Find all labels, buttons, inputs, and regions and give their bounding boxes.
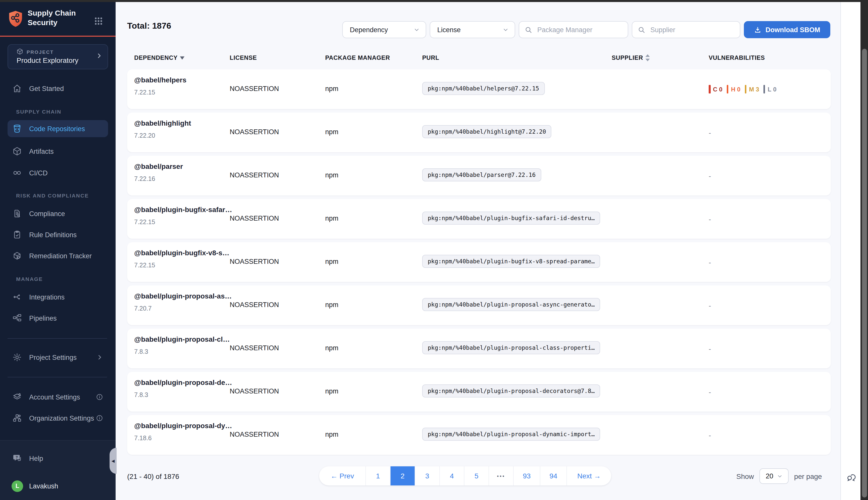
package-manager-search bbox=[519, 21, 628, 38]
info-icon[interactable] bbox=[96, 394, 103, 400]
sidebar-item-label: Pipelines bbox=[29, 314, 57, 322]
sidebar-item-get-started[interactable]: Get Started bbox=[8, 80, 108, 97]
table-row[interactable]: @babel/plugin-proposal-as… 7.20.7 NOASSE… bbox=[127, 285, 831, 325]
pagination-page-4[interactable]: 4 bbox=[440, 466, 465, 486]
info-icon[interactable] bbox=[96, 414, 103, 422]
vertical-scrollbar[interactable] bbox=[860, 0, 868, 500]
chat-bubbles-icon[interactable] bbox=[846, 471, 856, 482]
pagination-page-5[interactable]: 5 bbox=[465, 466, 489, 486]
cube-icon bbox=[13, 147, 22, 156]
sidebar-divider bbox=[8, 377, 107, 377]
sidebar-item-label: Artifacts bbox=[29, 147, 54, 155]
scrollbar-thumb[interactable] bbox=[862, 49, 867, 498]
pagination-ellipsis[interactable]: ••• bbox=[489, 466, 514, 486]
dependency-version: 7.22.15 bbox=[134, 89, 227, 96]
search-icon bbox=[638, 26, 646, 34]
pagination-page-2-active[interactable]: 2 bbox=[390, 466, 415, 486]
purl-pill[interactable]: pkg:npm/%40babel/plugin-proposal-decorat… bbox=[422, 384, 601, 397]
supplier-search-input[interactable] bbox=[649, 25, 740, 34]
pagination-page-94[interactable]: 94 bbox=[540, 466, 567, 486]
sidebar-item-help[interactable]: ? Help bbox=[8, 450, 108, 467]
purl-pill[interactable]: pkg:npm/%40babel/parser@7.22.16 bbox=[422, 168, 541, 181]
dependency-filter-value: Dependency bbox=[350, 26, 388, 33]
package-manager-value: npm bbox=[325, 344, 339, 352]
org-chart-gear-icon bbox=[13, 413, 22, 423]
layers-gear-icon bbox=[13, 393, 22, 401]
sidebar-item-cicd[interactable]: CI/CD bbox=[8, 164, 108, 181]
purl-pill[interactable]: pkg:npm/%40babel/plugin-proposal-async-g… bbox=[422, 298, 601, 311]
vulnerabilities-empty: - bbox=[709, 301, 711, 309]
purl-pill[interactable]: pkg:npm/%40babel/plugin-proposal-dynamic… bbox=[422, 428, 601, 441]
purl-pill[interactable]: pkg:npm/%40babel/helpers@7.22.15 bbox=[422, 82, 545, 95]
table-row[interactable]: @babel/plugin-bugfix-safar… 7.22.15 NOAS… bbox=[127, 199, 831, 239]
sidebar-item-account-settings[interactable]: Account Settings bbox=[8, 388, 108, 406]
table-row[interactable]: @babel/plugin-proposal-de… 7.8.3 NOASSER… bbox=[127, 372, 831, 411]
dependency-version: 7.18.6 bbox=[134, 435, 227, 442]
table-row[interactable]: @babel/plugin-proposal-dy… 7.18.6 NOASSE… bbox=[127, 415, 831, 455]
sidebar-item-remediation-tracker[interactable]: Remediation Tracker bbox=[8, 247, 108, 264]
sidebar-item-label: Project Settings bbox=[29, 353, 77, 361]
license-value: NOASSERTION bbox=[230, 387, 279, 395]
sidebar-item-artifacts[interactable]: Artifacts bbox=[8, 143, 108, 160]
split-arrows-icon bbox=[13, 293, 22, 302]
dependency-version: 7.22.16 bbox=[134, 175, 227, 182]
license-filter-select[interactable]: License bbox=[430, 21, 515, 38]
table-row[interactable]: @babel/plugin-proposal-cl… 7.8.3 NOASSER… bbox=[127, 329, 831, 368]
sidebar-item-organization-settings[interactable]: Organization Settings bbox=[8, 410, 108, 427]
pagination-page-3[interactable]: 3 bbox=[415, 466, 440, 486]
dependency-filter-select[interactable]: Dependency bbox=[342, 21, 426, 38]
column-header-license: LICENSE bbox=[230, 54, 257, 61]
sidebar-collapse-handle[interactable]: ◀ bbox=[110, 448, 117, 474]
column-header-dependency[interactable]: DEPENDENCY bbox=[134, 54, 185, 61]
download-icon bbox=[754, 26, 762, 33]
project-label: PROJECT bbox=[27, 49, 54, 55]
show-label: Show bbox=[736, 472, 754, 480]
dependency-name: @babel/plugin-bugfix-v8-s… bbox=[134, 249, 227, 257]
purl-pill[interactable]: pkg:npm/%40babel/plugin-proposal-class-p… bbox=[422, 341, 601, 354]
pagination-page-93[interactable]: 93 bbox=[514, 466, 540, 486]
sidebar-item-compliance[interactable]: Compliance bbox=[8, 205, 108, 222]
purl-pill[interactable]: pkg:npm/%40babel/highlight@7.22.20 bbox=[422, 125, 552, 138]
brand-divider bbox=[0, 36, 116, 37]
sidebar-item-label: CI/CD bbox=[29, 169, 48, 177]
package-manager-search-input[interactable] bbox=[536, 25, 628, 34]
download-sbom-button[interactable]: Download SBOM bbox=[744, 21, 830, 38]
dependency-name: @babel/plugin-proposal-dy… bbox=[134, 422, 227, 430]
column-header-package-manager: PACKAGE MANAGER bbox=[325, 54, 390, 61]
pagination: ← Prev 1 2 3 4 5 ••• 93 94 Next → bbox=[319, 466, 611, 486]
sidebar-item-pipelines[interactable]: Pipelines bbox=[8, 309, 108, 327]
sidebar-divider bbox=[8, 338, 107, 339]
app-grid-icon[interactable] bbox=[94, 17, 103, 25]
sidebar-item-rule-definitions[interactable]: Rule Definitions bbox=[8, 226, 108, 243]
package-manager-value: npm bbox=[325, 387, 339, 395]
per-page-select[interactable]: 20 bbox=[760, 468, 789, 484]
gear-icon bbox=[13, 353, 22, 362]
code-repository-icon bbox=[13, 124, 22, 133]
per-page-control: Show 20 per page bbox=[736, 468, 822, 484]
vulnerabilities-empty: - bbox=[709, 128, 711, 136]
user-menu[interactable]: L Lavakush bbox=[8, 477, 108, 495]
severity-bar bbox=[727, 85, 729, 93]
table-row[interactable]: @babel/parser 7.22.16 NOASSERTION npm pk… bbox=[127, 156, 831, 195]
table-row[interactable]: @babel/plugin-bugfix-v8-s… 7.22.15 NOASS… bbox=[127, 242, 831, 282]
sidebar-item-code-repositories[interactable]: Code Repositories bbox=[8, 120, 108, 137]
package-manager-value: npm bbox=[325, 258, 339, 265]
severity-high-badge: H0 bbox=[727, 85, 741, 93]
sidebar-item-project-settings[interactable]: Project Settings bbox=[8, 349, 108, 366]
sort-toggle-icon bbox=[646, 54, 650, 61]
table-row[interactable]: @babel/helpers 7.22.15 NOASSERTION npm p… bbox=[127, 69, 831, 109]
dependency-version: 7.8.3 bbox=[134, 348, 227, 355]
purl-pill[interactable]: pkg:npm/%40babel/plugin-bugfix-safari-id… bbox=[422, 212, 601, 225]
purl-pill[interactable]: pkg:npm/%40babel/plugin-bugfix-v8-spread… bbox=[422, 255, 601, 268]
window-top-bar bbox=[0, 0, 868, 2]
license-value: NOASSERTION bbox=[230, 215, 279, 222]
pagination-prev-button[interactable]: ← Prev bbox=[319, 466, 366, 486]
pagination-page-1[interactable]: 1 bbox=[366, 466, 390, 486]
chevron-right-icon bbox=[96, 354, 103, 361]
column-header-supplier[interactable]: SUPPLIER bbox=[612, 54, 650, 61]
sidebar-item-integrations[interactable]: Integrations bbox=[8, 288, 108, 306]
pagination-next-button[interactable]: Next → bbox=[567, 466, 611, 486]
project-selector[interactable]: PROJECT Product Exploratory bbox=[8, 44, 108, 69]
table-row[interactable]: @babel/highlight 7.22.20 NOASSERTION npm… bbox=[127, 113, 831, 152]
right-panel-strip bbox=[840, 2, 861, 500]
